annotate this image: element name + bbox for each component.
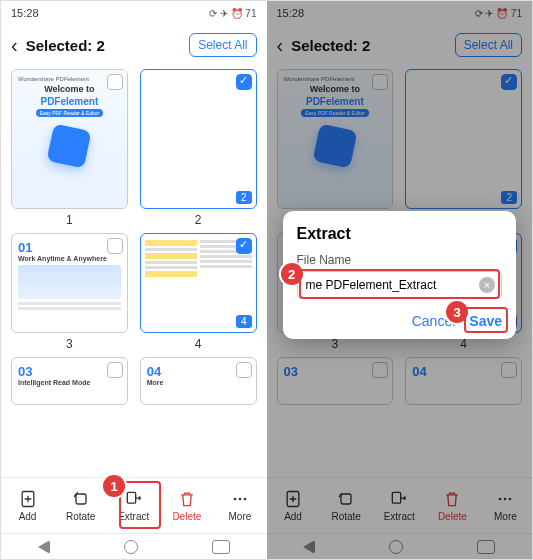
page-grid: Wondershare PDFelement Welcome to PDFele… [1, 65, 267, 477]
page-thumb-4[interactable]: 4 4 [140, 233, 257, 351]
more-icon [230, 489, 250, 509]
checkbox-icon[interactable] [107, 238, 123, 254]
svg-point-5 [244, 498, 247, 501]
rotate-button[interactable]: Rotate [57, 489, 105, 522]
page-number: 1 [66, 213, 73, 227]
rotate-button[interactable]: Rotate [322, 489, 370, 522]
filename-label: File Name [297, 253, 503, 267]
svg-point-4 [239, 498, 242, 501]
select-all-button[interactable]: Select All [189, 33, 256, 57]
page-thumb-2[interactable]: 2 2 [140, 69, 257, 227]
nav-recent-icon[interactable] [212, 540, 230, 554]
status-time: 15:28 [277, 7, 305, 19]
svg-point-9 [499, 498, 502, 501]
extract-dialog: Extract File Name me PDFelement_Extract … [283, 211, 517, 339]
annotation-3: 3 [446, 301, 468, 323]
status-time: 15:28 [11, 7, 39, 19]
annotation-1: 1 [103, 475, 125, 497]
checkbox-icon[interactable] [236, 74, 252, 90]
filename-input[interactable]: me PDFelement_Extract × [297, 271, 503, 299]
annotation-2: 2 [281, 263, 303, 285]
back-icon[interactable]: ‹ [11, 34, 18, 57]
add-page-icon [18, 489, 38, 509]
android-nav [1, 533, 267, 559]
status-icons: ⟳ ✈ ⏰ 71 [209, 8, 256, 19]
more-button[interactable]: More [482, 489, 530, 522]
nav-back-icon[interactable] [38, 540, 50, 554]
page-number: 2 [195, 213, 202, 227]
trash-icon [177, 489, 197, 509]
svg-rect-1 [76, 494, 86, 504]
page-thumb-5[interactable]: 03Intelligent Read Mode [11, 357, 128, 405]
page-thumb-1[interactable]: Wondershare PDFelement Welcome to PDFele… [11, 69, 128, 227]
checkbox-icon[interactable] [236, 238, 252, 254]
screen-right: 15:28 ⟳ ✈ ⏰ 71 ‹ Selected: 2 Select All … [267, 1, 533, 559]
svg-rect-7 [341, 494, 351, 504]
svg-point-3 [234, 498, 237, 501]
selection-badge: 4 [236, 315, 252, 328]
checkbox-icon[interactable] [107, 362, 123, 378]
status-icons: ⟳ ✈ ⏰ 71 [475, 8, 522, 19]
page-number: 4 [195, 337, 202, 351]
save-button[interactable]: Save [469, 313, 502, 329]
header-title: Selected: 2 [291, 37, 446, 54]
rotate-icon [71, 489, 91, 509]
svg-point-11 [509, 498, 512, 501]
svg-point-10 [504, 498, 507, 501]
screen-left: 15:28 ⟳ ✈ ⏰ 71 ‹ Selected: 2 Select All … [1, 1, 267, 559]
logo-cube-icon [47, 123, 92, 168]
checkbox-icon[interactable] [107, 74, 123, 90]
checkbox-icon[interactable] [236, 362, 252, 378]
clear-icon[interactable]: × [479, 277, 495, 293]
page-number: 3 [66, 337, 73, 351]
svg-rect-6 [287, 492, 299, 507]
back-icon[interactable]: ‹ [277, 34, 284, 57]
dialog-title: Extract [297, 225, 503, 243]
more-button[interactable]: More [216, 489, 264, 522]
page-thumb-6[interactable]: 04More [140, 357, 257, 405]
delete-button[interactable]: Delete [428, 489, 476, 522]
extract-icon [124, 489, 144, 509]
svg-rect-8 [393, 492, 401, 503]
delete-button[interactable]: Delete [163, 489, 211, 522]
status-bar: 15:28 ⟳ ✈ ⏰ 71 [267, 1, 533, 25]
header: ‹ Selected: 2 Select All [1, 25, 267, 65]
bottom-toolbar: Add Rotate Extract Delete More [267, 477, 533, 533]
selection-badge: 2 [236, 191, 252, 204]
svg-rect-2 [127, 492, 135, 503]
nav-home-icon[interactable] [124, 540, 138, 554]
add-button[interactable]: Add [4, 489, 52, 522]
header: ‹ Selected: 2 Select All [267, 25, 533, 65]
add-button[interactable]: Add [269, 489, 317, 522]
extract-button[interactable]: Extract [375, 489, 423, 522]
filename-value: me PDFelement_Extract [306, 278, 437, 292]
status-bar: 15:28 ⟳ ✈ ⏰ 71 [1, 1, 267, 25]
page-thumb-3[interactable]: 01 Work Anytime & Anywhere 3 [11, 233, 128, 351]
select-all-button[interactable]: Select All [455, 33, 522, 57]
header-title: Selected: 2 [26, 37, 181, 54]
bottom-toolbar: Add Rotate Extract Delete More [1, 477, 267, 533]
